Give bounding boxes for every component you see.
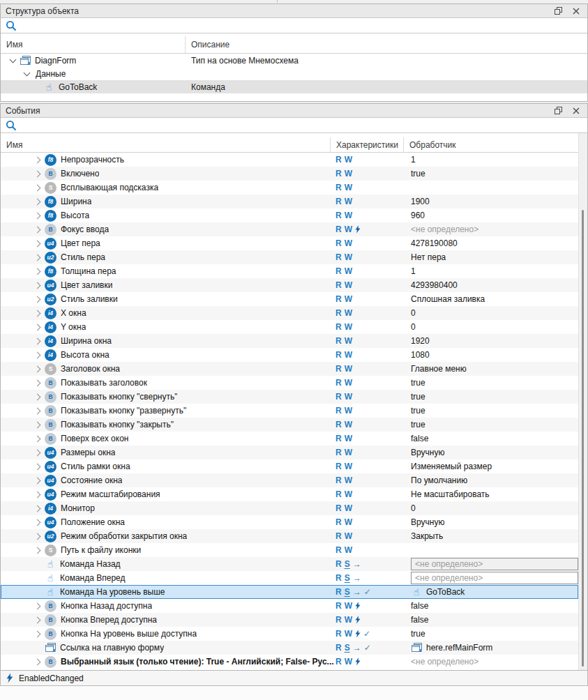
chevron-right-icon[interactable] xyxy=(33,252,43,262)
column-header-handler[interactable]: Обработчик xyxy=(404,137,587,152)
property-row[interactable]: BКнопка На уровень выше доступнаRW✓true xyxy=(1,627,578,641)
property-row[interactable]: ☝Команда На уровень вышеRS→✓☝GoToBack xyxy=(1,585,578,599)
chevron-right-icon[interactable] xyxy=(33,392,43,402)
chevron-right-icon[interactable] xyxy=(33,489,43,499)
chevron-right-icon[interactable] xyxy=(33,378,43,388)
property-row[interactable]: f8НепрозрачностьRW1 xyxy=(1,153,578,167)
tree-row[interactable]: ☝GoToBackКоманда xyxy=(1,80,587,93)
tree-row[interactable]: Данные xyxy=(1,67,587,80)
chevron-right-icon[interactable] xyxy=(33,336,43,346)
column-header-description[interactable]: Описание xyxy=(186,36,587,53)
chevron-right-icon[interactable] xyxy=(33,448,43,457)
tree-row[interactable]: DiagnFormТип на основе Мнемосхема xyxy=(1,54,587,67)
property-row[interactable]: BПоказывать кнопку "развернуть"RWtrue xyxy=(1,404,578,418)
chevron-right-icon[interactable] xyxy=(33,155,43,165)
chevron-right-icon[interactable] xyxy=(33,211,43,220)
property-row[interactable]: Ссылка на главную формуRS→✓here.refMainF… xyxy=(1,641,578,655)
column-header-characteristics[interactable]: Характеристики xyxy=(331,137,404,152)
chevron-right-icon[interactable] xyxy=(33,406,43,416)
property-row[interactable]: BФокус вводаRW<не определено> xyxy=(1,222,578,236)
property-row[interactable]: f8Толщина пераRW1 xyxy=(1,264,578,278)
property-row[interactable]: BКнопка Назад доступнаRWfalse xyxy=(1,599,578,613)
property-row[interactable]: BКнопка Вперед доступнаRWfalse xyxy=(1,613,578,627)
chevron-right-icon[interactable] xyxy=(33,225,43,234)
property-row[interactable]: SПуть к файлу иконкиRW xyxy=(1,543,578,557)
value-text: false xyxy=(411,615,428,625)
chevron-right-icon[interactable] xyxy=(33,420,43,429)
property-row[interactable]: BВключеноRWtrue xyxy=(1,167,578,181)
close-button[interactable] xyxy=(571,6,581,16)
chevron-right-icon[interactable] xyxy=(33,280,43,290)
chevron-right-icon[interactable] xyxy=(33,503,43,513)
property-row[interactable]: BПоверх всех оконRWfalse xyxy=(1,432,578,446)
close-button[interactable] xyxy=(571,106,581,116)
chevron-right-icon[interactable] xyxy=(33,294,43,304)
vertical-scrollbar[interactable] xyxy=(578,133,587,670)
characteristics-cell: RS→ xyxy=(334,559,407,569)
event-handler-bar[interactable]: EnabledChanged xyxy=(0,670,588,686)
characteristics-cell: RW xyxy=(334,503,407,513)
property-row[interactable]: i4Y окнаRW0 xyxy=(1,320,578,334)
property-row[interactable]: u4Цвет заливкиRW4293980400 xyxy=(1,278,578,292)
property-row[interactable]: i4Ширина окнаRW1920 xyxy=(1,334,578,348)
chevron-right-icon[interactable] xyxy=(33,531,43,541)
chevron-down-icon[interactable] xyxy=(22,69,31,79)
chevron-right-icon[interactable] xyxy=(33,629,43,639)
property-row[interactable]: u4Состояние окнаRWПо умолчанию xyxy=(1,473,578,487)
property-row[interactable]: SВсплывающая подсказкаRW xyxy=(1,181,578,195)
column-header-name[interactable]: Имя xyxy=(1,36,186,53)
property-row[interactable]: u4Цвет пераRW4278190080 xyxy=(1,236,578,250)
property-row[interactable]: BПоказывать кнопку "свернуть"RWtrue xyxy=(1,390,578,404)
property-row[interactable]: BВыбранный язык (только чтение): True - … xyxy=(1,655,578,669)
property-row[interactable]: f8ВысотаRW960 xyxy=(1,208,578,222)
float-button[interactable] xyxy=(553,6,563,16)
chevron-right-icon[interactable] xyxy=(33,657,43,667)
property-row[interactable]: u4Режим масштабированияRWНе масштабирова… xyxy=(1,487,578,501)
value-editor[interactable]: <не определено> xyxy=(411,572,578,584)
chevron-right-icon[interactable] xyxy=(33,475,43,485)
chevron-right-icon[interactable] xyxy=(33,322,43,332)
chevron-right-icon[interactable] xyxy=(33,266,43,276)
value-editor[interactable]: <не определено> xyxy=(411,558,578,570)
chevron-right-icon[interactable] xyxy=(33,308,43,318)
float-button[interactable] xyxy=(553,106,563,116)
property-row[interactable]: f8ШиринаRW1900 xyxy=(1,195,578,208)
read-flag: R xyxy=(336,629,342,639)
chevron-right-icon[interactable] xyxy=(33,197,43,206)
property-row[interactable]: BПоказывать заголовокRWtrue xyxy=(1,376,578,390)
property-row[interactable]: u2Стиль пераRWНет пера xyxy=(1,250,578,264)
property-row[interactable]: u2Режим обработки закрытия окнаRWЗакрыть xyxy=(1,529,578,543)
property-row[interactable]: ☝Команда НазадRS→<не определено> xyxy=(1,557,578,571)
property-row[interactable]: u4Размеры окнаRWВручную xyxy=(1,446,578,459)
property-row[interactable]: SЗаголовок окнаRWГлавное меню xyxy=(1,362,578,376)
chevron-down-icon[interactable] xyxy=(8,56,17,66)
property-row[interactable]: BПоказывать кнопку "закрыть"RWtrue xyxy=(1,418,578,432)
handler-cell: 1080 xyxy=(407,348,578,362)
chevron-right-icon[interactable] xyxy=(33,462,43,471)
property-row[interactable]: i4Высота окнаRW1080 xyxy=(1,348,578,362)
type-b-icon: B xyxy=(45,600,56,612)
chevron-right-icon[interactable] xyxy=(33,615,43,625)
tree-row-label: DiagnForm xyxy=(35,56,76,66)
chevron-right-icon[interactable] xyxy=(33,169,43,178)
property-row[interactable]: u2Стиль заливкиRWСплошная заливка xyxy=(1,292,578,306)
search-input[interactable] xyxy=(21,119,587,132)
splitter-divider xyxy=(277,0,278,3)
property-row[interactable]: u4Положение окнаRWВручную xyxy=(1,515,578,529)
chevron-right-icon[interactable] xyxy=(33,545,43,555)
chevron-right-icon[interactable] xyxy=(33,364,43,374)
property-label: Ширина xyxy=(61,197,91,206)
chevron-right-icon[interactable] xyxy=(33,183,43,192)
chevron-right-icon[interactable] xyxy=(33,238,43,248)
chevron-right-icon[interactable] xyxy=(33,434,43,443)
property-row[interactable]: i4X окнаRW0 xyxy=(1,306,578,320)
property-row[interactable]: i4МониторRW0 xyxy=(1,501,578,515)
column-header-name[interactable]: Имя xyxy=(1,137,331,152)
chevron-right-icon[interactable] xyxy=(33,601,43,611)
chevron-right-icon[interactable] xyxy=(33,517,43,527)
property-row[interactable]: ☝Команда ВпередRS→<не определено> xyxy=(1,571,578,585)
scrollbar-thumb[interactable] xyxy=(582,210,584,667)
chevron-right-icon[interactable] xyxy=(33,350,43,360)
property-row[interactable]: u4Стиль рамки окнаRWИзменяемый размер xyxy=(1,459,578,473)
search-input[interactable] xyxy=(21,20,587,32)
